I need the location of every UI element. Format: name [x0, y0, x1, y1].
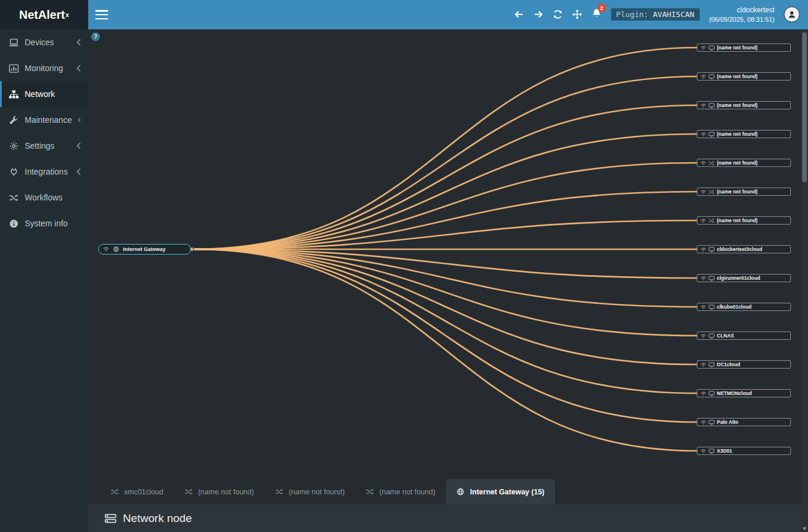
graph-node-cldockertest3cloud[interactable]: cldockertest3cloud	[697, 245, 791, 253]
wifi-icon	[700, 305, 706, 310]
graph-node-clnas[interactable]: CLNAS	[697, 332, 791, 340]
tab-xmc01cloud[interactable]: xmc01cloud	[100, 479, 174, 504]
chevron-left-icon	[76, 142, 81, 149]
wifi-icon	[700, 449, 706, 454]
tab-name-not-found[interactable]: (name not found)	[265, 479, 355, 504]
help-icon[interactable]: ?	[91, 32, 100, 41]
sidebar-item-label: Monitoring	[25, 63, 63, 73]
plugin-label: Plugin:	[616, 10, 649, 19]
panel-title: Network node	[123, 512, 192, 525]
graph-node-netmoncloud[interactable]: NETMONcloud	[697, 389, 791, 397]
graph-root-node-internet-gateway[interactable]: Internet Gateway	[98, 244, 191, 255]
vertical-scrollbar[interactable]	[801, 29, 808, 532]
sidebar-item-devices[interactable]: Devices	[0, 29, 88, 55]
graph-node-name-not-found[interactable]: (name not found)	[697, 216, 791, 225]
graph-node-dc1cloud[interactable]: DC1cloud	[697, 360, 791, 369]
display-icon	[709, 103, 714, 108]
display-icon	[709, 132, 714, 137]
node-label: NETMONcloud	[717, 390, 752, 396]
graph-node-name-not-found[interactable]: (name not found)	[697, 159, 791, 167]
topology-edge	[195, 163, 697, 249]
node-label: X3D01	[717, 448, 732, 454]
chevron-left-icon	[78, 116, 81, 123]
notification-badge: 2	[597, 4, 606, 12]
node-label: (name not found)	[717, 189, 757, 195]
scrollbar-thumb[interactable]	[802, 32, 807, 182]
node-label: (name not found)	[717, 45, 757, 51]
refresh-icon[interactable]	[553, 9, 563, 19]
node-label: (name not found)	[717, 131, 757, 137]
shuffle-icon	[709, 160, 714, 166]
network-node-icon	[105, 514, 116, 523]
topology-edge	[195, 249, 697, 451]
shuffle-icon	[366, 488, 374, 496]
tab-internet-gateway-15[interactable]: Internet Gateway (15)	[446, 479, 555, 504]
brand-text: NetAlert	[19, 8, 65, 22]
topology-edges	[88, 29, 801, 479]
user-icon	[787, 10, 796, 19]
graph-node-name-not-found[interactable]: (name not found)	[697, 130, 791, 138]
app-logo[interactable]: NetAlertx	[0, 0, 88, 29]
node-label: clgirunner01cloud	[717, 275, 760, 281]
tab-label: Internet Gateway (15)	[470, 488, 544, 496]
topology-edge	[195, 48, 697, 249]
graph-node-x3d01[interactable]: X3D01	[697, 447, 791, 455]
graph-node-palo-alto[interactable]: Palo Alto	[697, 418, 791, 426]
sidebar-item-system-info[interactable]: System info	[0, 210, 88, 236]
wifi-icon	[700, 160, 706, 166]
display-icon	[709, 45, 714, 51]
globe-icon	[456, 488, 465, 496]
topology-edge	[195, 76, 697, 249]
notifications-button[interactable]: 2	[592, 8, 602, 21]
user-name: cldockertest	[709, 6, 774, 15]
node-tabs: xmc01cloud(name not found)(name not foun…	[88, 479, 801, 504]
network-topology-view: ? Internet Gateway (name not found)(name…	[88, 29, 808, 532]
header-bar: 2 Plugin: AVAHISCAN cldockertest (06/09/…	[88, 0, 808, 29]
sidebar-item-label: Network	[25, 89, 55, 99]
display-icon	[709, 247, 714, 252]
forward-arrow-icon[interactable]	[533, 9, 543, 19]
topology-edge	[195, 249, 697, 336]
tab-label: xmc01cloud	[124, 488, 163, 496]
node-label: (name not found)	[717, 218, 757, 223]
scroll-down-icon[interactable]	[803, 527, 806, 530]
sidebar-item-network[interactable]: Network	[0, 81, 88, 107]
display-icon	[709, 449, 714, 454]
back-arrow-icon[interactable]	[514, 9, 524, 19]
menu-icon[interactable]	[95, 10, 108, 19]
sidebar-item-settings[interactable]: Settings	[0, 133, 88, 159]
topology-edge	[195, 105, 697, 249]
laptop-icon	[9, 38, 19, 47]
display-icon	[709, 74, 714, 79]
sidebar-item-monitoring[interactable]: Monitoring	[0, 55, 88, 81]
graph-node-name-not-found[interactable]: (name not found)	[697, 44, 791, 52]
chevron-left-icon	[76, 168, 81, 175]
gear-icon	[9, 142, 19, 150]
node-label: CLNAS	[717, 333, 734, 339]
sidebar-item-label: Maintenance	[25, 115, 72, 125]
node-label: cldockertest3cloud	[717, 246, 762, 252]
topology-edge	[195, 134, 697, 249]
globe-icon	[113, 246, 119, 252]
display-icon	[709, 391, 714, 396]
shuffle-icon	[709, 218, 714, 223]
graph-node-name-not-found[interactable]: (name not found)	[697, 101, 791, 109]
display-icon	[709, 276, 714, 281]
sidebar-item-maintenance[interactable]: Maintenance	[0, 107, 88, 133]
node-label: (name not found)	[717, 160, 757, 166]
sidebar-item-integrations[interactable]: Integrations	[0, 159, 88, 185]
move-icon[interactable]	[572, 9, 582, 19]
shuffle-icon	[111, 488, 119, 496]
node-label: (name not found)	[717, 102, 757, 108]
display-icon	[709, 305, 714, 310]
sidebar-item-workflows[interactable]: Workflows	[0, 185, 88, 210]
graph-node-name-not-found[interactable]: (name not found)	[697, 188, 791, 196]
tab-name-not-found[interactable]: (name not found)	[174, 479, 265, 504]
graph-node-clkube01cloud[interactable]: clkube01cloud	[697, 303, 791, 311]
tab-name-not-found[interactable]: (name not found)	[355, 479, 446, 504]
wifi-icon	[700, 362, 706, 367]
graph-node-name-not-found[interactable]: (name not found)	[697, 72, 791, 81]
wifi-icon	[700, 103, 706, 108]
graph-node-clgirunner01cloud[interactable]: clgirunner01cloud	[697, 274, 791, 282]
user-avatar[interactable]	[784, 6, 800, 22]
